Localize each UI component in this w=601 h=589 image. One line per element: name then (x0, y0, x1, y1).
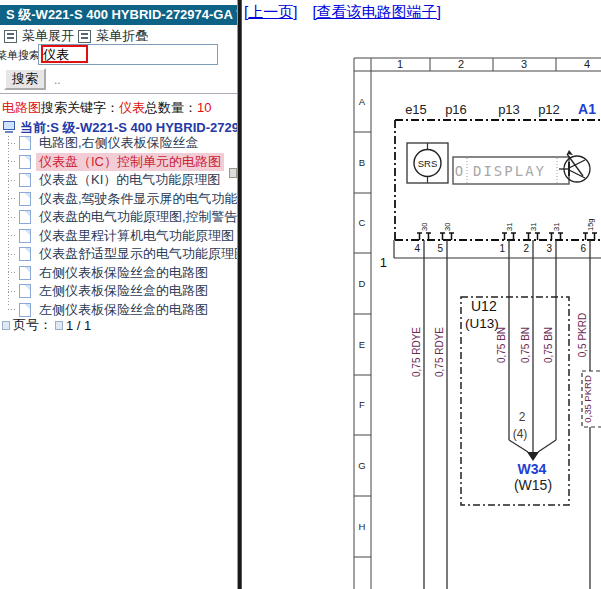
svg-text:(U13): (U13) (465, 316, 499, 331)
svg-text:1: 1 (499, 243, 505, 254)
result-count: 10 (197, 100, 211, 115)
menu-search-label: 菜单搜索 (0, 48, 40, 63)
document-icon (19, 266, 31, 280)
document-icon (19, 192, 31, 206)
svg-text:F: F (359, 399, 365, 410)
document-icon (19, 247, 31, 261)
svg-text:B: B (359, 157, 365, 168)
diagram-tree: 电路图,右侧仪表板保险丝盒 仪表盘（IC）控制单元的电路图 仪表盘（KI）的电气… (0, 134, 237, 319)
sidebar: S 级-W221-S 400 HYBRID-272974-GA 72 菜单展开 … (0, 0, 237, 589)
svg-text:O: O (455, 163, 465, 179)
computer-icon (2, 121, 16, 134)
svg-text:31: 31 (552, 223, 561, 231)
svg-text:p12: p12 (538, 102, 560, 117)
svg-text:e15: e15 (405, 102, 427, 117)
sidebar-title: S 级-W221-S 400 HYBRID-272974-GA 72 (0, 5, 237, 25)
svg-text:0,75 BN: 0,75 BN (496, 327, 507, 363)
svg-text:2: 2 (523, 243, 529, 254)
menu-collapse-label: 菜单折叠 (96, 27, 148, 45)
wiring-diagram: 1 2 3 4 A B C D E F G H e15 p16 p13 p (242, 0, 601, 589)
svg-text:(4): (4) (513, 427, 528, 441)
menu-collapse-button[interactable]: 菜单折叠 (78, 28, 148, 44)
svg-text:5: 5 (437, 243, 443, 254)
wires (424, 240, 590, 589)
svg-text:G: G (358, 460, 365, 471)
svg-text:p16: p16 (445, 102, 467, 117)
svg-text:4: 4 (414, 243, 420, 254)
bullet-icon (2, 321, 10, 330)
page-label: 页号： (13, 316, 52, 334)
document-icon (19, 155, 31, 169)
tree-item[interactable]: 电路图,右侧仪表板保险丝盒 (0, 134, 237, 153)
bullet-icon (55, 321, 63, 330)
diagram-viewer: [上一页] [查看该电路图端子] (242, 0, 601, 589)
search-dots: .. (54, 73, 61, 87)
list-icon (4, 30, 17, 43)
component-id-a1: A1 (578, 101, 596, 117)
svg-text:SRS: SRS (418, 158, 438, 169)
svg-text:1: 1 (397, 58, 403, 70)
tree-item[interactable]: 仪表盘（KI）的电气功能原理图 (0, 171, 237, 190)
tree-item-selected[interactable]: 仪表盘（IC）控制单元的电路图 (0, 153, 237, 172)
circuit-labels: 30 30 31 31 31 15g (420, 218, 595, 231)
tree-item[interactable]: 左侧仪表板保险丝盒的电路图 (0, 282, 237, 301)
tree-item[interactable]: 仪表盘的电气功能原理图,控制警告信息 (0, 208, 237, 227)
svg-text:0,75 BN: 0,75 BN (543, 327, 554, 363)
connector-track: 1 (380, 240, 601, 270)
list-icon (78, 30, 91, 43)
document-icon (19, 303, 31, 317)
display-symbol: O DISPLAY (453, 157, 569, 184)
svg-text:H: H (359, 521, 366, 532)
svg-text:6: 6 (580, 243, 586, 254)
menu-search-row: 菜单搜索 (0, 44, 237, 65)
svg-text:p13: p13 (498, 102, 520, 117)
tree-item[interactable]: 仪表盘,驾驶条件显示屏的电气功能原理图 (0, 190, 237, 209)
result-header-mid: 搜索关键字： (41, 100, 119, 115)
page-number-row: 页号： 1 / 1 (2, 317, 91, 333)
variant-wire-box: 0,35 PKRD (582, 371, 601, 427)
svg-text:0,75 RDYE: 0,75 RDYE (411, 327, 422, 377)
result-header-keyword: 仪表 (119, 100, 145, 115)
pin-symbols (417, 233, 597, 240)
srs-symbol: SRS (407, 143, 448, 183)
svg-text:W34: W34 (518, 461, 547, 477)
document-icon (19, 173, 31, 187)
tree-item[interactable]: 仪表盘里程计算机电气功能原理图 (0, 227, 237, 246)
svg-text:0,75 BN: 0,75 BN (520, 327, 531, 363)
menu-expand-button[interactable]: 菜单展开 (4, 28, 74, 44)
svg-text:1: 1 (380, 255, 387, 270)
result-header-count-label: 总数量： (145, 100, 197, 115)
menu-expand-label: 菜单展开 (22, 27, 74, 45)
tree-item[interactable]: 右侧仪表板保险丝盒的电路图 (0, 264, 237, 283)
svg-text:4: 4 (584, 58, 590, 70)
svg-text:3: 3 (546, 243, 552, 254)
result-header-prefix: 电路图 (2, 100, 41, 115)
svg-text:(W15): (W15) (514, 477, 552, 493)
pin-numbers: 4 5 1 2 3 6 (414, 243, 586, 254)
svg-text:15g: 15g (586, 218, 595, 231)
svg-text:D: D (359, 278, 366, 289)
svg-text:31: 31 (529, 223, 538, 231)
tree-item[interactable]: 仪表盘舒适型显示的电气功能原理图 (0, 245, 237, 264)
svg-text:30: 30 (443, 223, 452, 231)
wire-labels: 0,75 RDYE 0,75 RDYE 0,75 BN 0,75 BN 0,75… (411, 313, 588, 377)
menu-search-input[interactable] (38, 44, 218, 65)
svg-text:31: 31 (505, 223, 514, 231)
svg-text:0,75 RDYE: 0,75 RDYE (434, 327, 445, 377)
document-icon (19, 136, 31, 150)
svg-text:0,35 PKRD: 0,35 PKRD (582, 375, 593, 423)
result-header: 电路图搜索关键字：仪表总数量：10 (2, 99, 237, 117)
app-window: S 级-W221-S 400 HYBRID-272974-GA 72 菜单展开 … (0, 0, 601, 589)
svg-text:C: C (359, 217, 366, 228)
search-button-row: 搜索 .. (0, 67, 237, 90)
svg-text:E: E (359, 339, 365, 350)
connector-labels: e15 p16 p13 p12 (405, 102, 560, 117)
splitter-handle-icon[interactable] (229, 168, 237, 178)
sidebar-divider (0, 93, 237, 94)
svg-text:2: 2 (519, 410, 526, 424)
search-button[interactable]: 搜索 (4, 68, 46, 90)
document-icon (19, 210, 31, 224)
svg-text:0,5 PKRD: 0,5 PKRD (577, 313, 588, 357)
svg-text:DISPLAY: DISPLAY (473, 163, 546, 179)
document-icon (19, 229, 31, 243)
